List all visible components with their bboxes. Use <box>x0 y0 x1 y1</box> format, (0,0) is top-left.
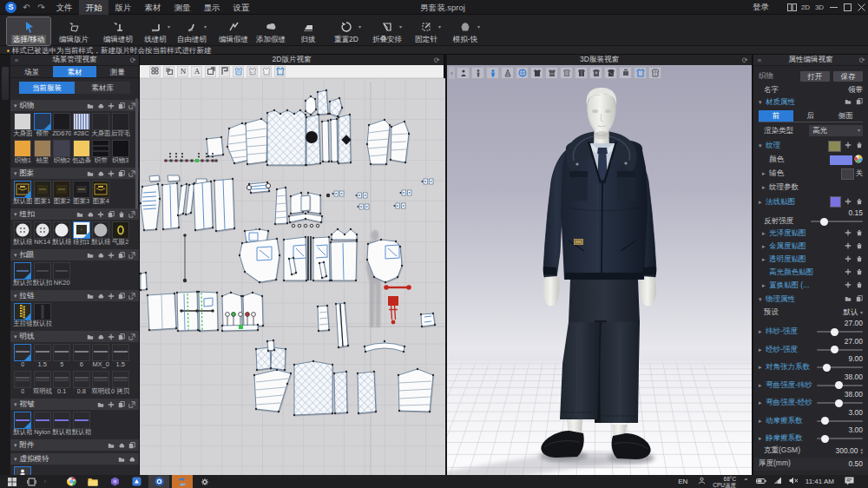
swatch-默认褶[interactable]: 默认褶 <box>52 412 72 436</box>
swatch-thumbnail[interactable] <box>54 114 69 129</box>
folder-icon[interactable] <box>87 170 94 177</box>
plus-icon[interactable] <box>108 401 115 408</box>
ribbon-button-自由缝纫[interactable]: ▾自由缝纫 <box>170 17 214 45</box>
task-view-icon[interactable] <box>22 475 41 488</box>
sidebar-tab-测量[interactable]: 测量 <box>96 66 139 77</box>
material-section-label[interactable]: 材质属性 <box>766 97 795 108</box>
cpu-temp-indicator[interactable]: 68°CCPU温度 <box>713 476 736 488</box>
app-logo-icon[interactable]: S <box>5 2 16 13</box>
ribbon-button-折叠安排[interactable]: ▾折叠安排 <box>365 17 409 45</box>
undo-icon[interactable]: ↶ <box>22 3 31 12</box>
swatch-主拉链[interactable]: 主拉链 <box>13 304 33 327</box>
folder-icon[interactable] <box>87 102 94 109</box>
collapsed-panel-tab[interactable] <box>2 67 9 100</box>
section-header-织物[interactable]: ▾织物 <box>10 100 139 111</box>
chevron-down-icon[interactable]: ▾ <box>14 401 17 408</box>
pattern-grid-icon[interactable] <box>149 66 161 77</box>
battery-icon[interactable] <box>756 478 766 486</box>
chevron-right-icon[interactable]: ▸ <box>759 418 766 425</box>
cloud-icon[interactable] <box>97 170 104 177</box>
dropdown-arrow-icon[interactable]: ▾ <box>204 23 207 30</box>
plus-icon[interactable] <box>845 268 852 277</box>
plus-icon[interactable] <box>108 102 115 109</box>
speaker-muted-icon[interactable] <box>789 477 799 486</box>
chevron-down-icon[interactable]: ▾ <box>759 142 766 149</box>
swatch-双明线[interactable]: 双明线 <box>91 372 111 395</box>
view-2d-button[interactable]: 2D <box>799 0 812 15</box>
swatch-默认扣[interactable]: 默认扣 <box>33 263 53 287</box>
swatch-默认纽[interactable]: 默认纽 <box>52 222 72 246</box>
map-label[interactable]: 金属度贴图 <box>769 241 806 252</box>
chevron-right-icon[interactable]: ▸ <box>759 435 766 442</box>
file-explorer-icon[interactable] <box>83 475 102 488</box>
chrome-icon[interactable] <box>62 475 81 488</box>
slider-track[interactable] <box>817 402 863 404</box>
chevron-down-icon[interactable]: ▾ <box>14 456 17 463</box>
copy-icon[interactable] <box>118 401 125 408</box>
slider-knob[interactable] <box>831 328 838 336</box>
cloud-icon[interactable] <box>128 456 135 463</box>
chevron-down-icon[interactable]: ▾ <box>14 333 17 340</box>
slider-knob[interactable] <box>835 381 843 389</box>
slider-track[interactable] <box>817 385 863 386</box>
plus-icon[interactable] <box>108 333 115 340</box>
trash-icon[interactable] <box>856 142 863 150</box>
slider-value[interactable]: 38.00 <box>845 373 863 381</box>
swatch-thumbnail[interactable] <box>113 141 128 156</box>
cloud-icon[interactable] <box>118 442 125 449</box>
trash-icon[interactable] <box>856 229 863 238</box>
chevron-right-icon[interactable]: ▸ <box>762 256 769 263</box>
swatch-thumbnail[interactable] <box>93 372 108 387</box>
chevron-down-icon[interactable]: ▾ <box>14 211 17 218</box>
preset-dropdown[interactable]: 默认 ▾ <box>844 307 863 318</box>
swatch-默认纽[interactable]: 默认纽 <box>91 222 111 246</box>
shirt-dark-1-icon[interactable] <box>530 67 543 79</box>
folder-icon[interactable] <box>118 456 125 463</box>
hexagon-app-icon[interactable] <box>105 475 124 488</box>
texture-thumbnail[interactable] <box>829 142 840 151</box>
chevron-down-icon[interactable]: ▾ <box>759 99 766 106</box>
ribbon-button-编辑版片[interactable]: 编辑版片 <box>52 17 95 45</box>
copy-icon[interactable] <box>118 293 125 300</box>
folder-icon[interactable] <box>97 401 104 408</box>
chevron-right-icon[interactable]: ▸ <box>762 243 769 250</box>
slider-track[interactable] <box>817 438 863 439</box>
clock[interactable]: 11:41 AM <box>806 478 834 485</box>
swatch-thumbnail[interactable] <box>15 222 30 238</box>
flag-notch-icon[interactable] <box>219 66 230 77</box>
shirt-plain-icon[interactable] <box>260 66 272 77</box>
swatch-thumbnail[interactable] <box>74 372 89 387</box>
shirt-grid-icon[interactable] <box>560 67 573 79</box>
map-label[interactable]: 光泽度贴图 <box>769 228 806 239</box>
swatch-thumbnail[interactable] <box>74 141 89 156</box>
export-icon[interactable] <box>128 401 135 408</box>
plus-icon[interactable] <box>845 198 852 207</box>
folder-icon[interactable] <box>87 293 94 300</box>
chevron-right-icon[interactable]: ▸ <box>759 382 766 389</box>
chevron-right-icon[interactable]: ▸ <box>759 364 766 371</box>
chevron-down-icon[interactable]: ▾ <box>14 170 17 177</box>
swatch-thumbnail[interactable] <box>15 141 30 156</box>
swatch-thumbnail[interactable] <box>74 222 89 238</box>
map-label[interactable]: 透明度贴图 <box>769 254 806 265</box>
swatch-thumbnail[interactable] <box>54 412 69 428</box>
start-button[interactable] <box>3 475 22 488</box>
slider-value[interactable]: 38.00 <box>845 390 863 399</box>
overlap-check-icon[interactable] <box>163 66 174 77</box>
shirt-outline-icon[interactable] <box>274 66 286 77</box>
chevron-right-icon[interactable]: ▸ <box>762 184 769 191</box>
shirt-dark-2-icon[interactable] <box>545 67 558 79</box>
swatch-织物2[interactable]: 织物2 <box>52 141 72 164</box>
cloud-icon[interactable] <box>97 102 104 109</box>
slider-value[interactable]: 27.00 <box>845 337 863 346</box>
slider-knob[interactable] <box>823 364 831 372</box>
swatch-thumbnail[interactable] <box>35 114 50 129</box>
swatch-thumbnail[interactable] <box>93 222 108 238</box>
chevron-right-icon[interactable]: ▸ <box>759 328 766 335</box>
swatch-thumbnail[interactable] <box>93 114 108 129</box>
cloud-icon[interactable] <box>97 252 104 259</box>
swatch-双明线[interactable]: 双明线 <box>33 372 53 395</box>
plus-icon[interactable] <box>845 255 852 264</box>
swatch-thumbnail[interactable] <box>93 181 108 197</box>
ribbon-button-模拟-快[interactable]: ▾模拟-快 <box>444 17 487 45</box>
